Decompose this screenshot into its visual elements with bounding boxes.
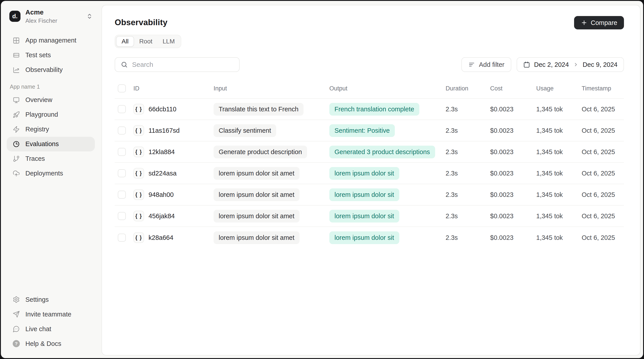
- row-checkbox[interactable]: [118, 191, 126, 199]
- add-filter-label: Add filter: [479, 61, 504, 68]
- send-icon: [13, 311, 20, 318]
- row-output-badge: Sentiment: Positive: [329, 124, 395, 137]
- column-header-input: Input: [214, 85, 329, 92]
- row-duration: 2.3s: [446, 148, 490, 156]
- tab-llm[interactable]: LLM: [158, 36, 180, 47]
- braces-icon: [134, 232, 144, 243]
- row-output-badge: French translation complete: [329, 103, 419, 116]
- row-id-cell: 12kla884: [134, 146, 214, 157]
- row-duration: 2.3s: [446, 127, 490, 134]
- row-id: 66dcb110: [148, 106, 176, 113]
- row-checkbox[interactable]: [118, 148, 126, 156]
- sidebar-item-deployments[interactable]: Deployments: [7, 166, 95, 181]
- row-cost: $0.0023: [490, 212, 536, 220]
- search-box[interactable]: [115, 57, 240, 72]
- search-input[interactable]: [132, 61, 234, 68]
- org-user: Alex Fischer: [26, 17, 82, 24]
- row-id-cell: 948ah00: [134, 189, 214, 200]
- test-sets-icon: [13, 52, 20, 59]
- row-checkbox[interactable]: [118, 234, 126, 242]
- row-checkbox[interactable]: [118, 105, 126, 113]
- sidebar-item-registry[interactable]: Registry: [7, 122, 95, 137]
- table-body: 66dcb110 Translate this text to French F…: [115, 99, 624, 248]
- row-usage: 1,345 tok: [536, 106, 582, 113]
- row-timestamp: Oct 6, 2025: [582, 106, 624, 113]
- row-id: 12kla884: [148, 148, 175, 156]
- row-cost: $0.0023: [490, 170, 536, 177]
- row-timestamp: Oct 6, 2025: [582, 234, 624, 242]
- sidebar-item-label: App management: [26, 37, 76, 44]
- tab-all[interactable]: All: [116, 36, 134, 47]
- sidebar-item-live-chat[interactable]: Live chat: [7, 322, 95, 336]
- table-row[interactable]: sd224asa lorem ipsum dolor sit amet lore…: [115, 163, 624, 184]
- row-usage: 1,345 tok: [536, 148, 582, 156]
- chart-trend-icon: [13, 66, 20, 74]
- row-timestamp: Oct 6, 2025: [582, 191, 624, 198]
- braces-icon: [134, 104, 144, 114]
- zap-icon: [13, 126, 20, 133]
- compare-button[interactable]: Compare: [574, 16, 624, 30]
- page-title: Observability: [115, 18, 168, 27]
- row-input-chip: Classify sentiment: [214, 124, 276, 137]
- sidebar-item-observability[interactable]: Observability: [7, 62, 95, 77]
- table-row[interactable]: 11as167sd Classify sentiment Sentiment: …: [115, 120, 624, 142]
- row-output-badge: lorem ipsum dolor sit: [329, 232, 399, 244]
- sidebar-item-overview[interactable]: Overview: [7, 93, 95, 107]
- sidebar-nav-bottom: Settings Invite teammate Live chat Help …: [7, 292, 95, 351]
- row-id: 948ah00: [148, 191, 174, 198]
- row-input-chip: Generate product description: [214, 146, 307, 158]
- sidebar-item-invite-teammate[interactable]: Invite teammate: [7, 307, 95, 322]
- row-duration: 2.3s: [446, 191, 490, 198]
- sidebar-item-traces[interactable]: Traces: [7, 152, 95, 166]
- sidebar-item-evaluations[interactable]: Evaluations: [7, 137, 95, 152]
- row-id-cell: 456jak84: [134, 211, 214, 221]
- sidebar-item-label: Registry: [26, 126, 49, 133]
- row-id-cell: 66dcb110: [134, 104, 214, 114]
- table-row[interactable]: 456jak84 lorem ipsum dolor sit amet lore…: [115, 206, 624, 227]
- date-range-start: Dec 2, 2024: [534, 61, 569, 68]
- main-panel: Observability Compare All Root LLM Add f…: [102, 5, 640, 356]
- row-output-badge: lorem ipsum dolor sit: [329, 188, 399, 201]
- clock-icon: [13, 140, 20, 148]
- row-checkbox[interactable]: [118, 126, 126, 134]
- app-window: d. Acme Alex Fischer App management Test…: [1, 1, 643, 358]
- row-cost: $0.0023: [490, 127, 536, 134]
- sidebar-item-test-sets[interactable]: Test sets: [7, 48, 95, 62]
- sidebar-item-label: Overview: [26, 96, 52, 104]
- sidebar-section-label: App name 1: [7, 84, 95, 90]
- table-row[interactable]: 948ah00 lorem ipsum dolor sit amet lorem…: [115, 184, 624, 206]
- column-header-id: ID: [134, 85, 214, 92]
- sidebar-item-label: Live chat: [26, 325, 51, 333]
- sidebar-item-help-docs[interactable]: Help & Docs: [7, 336, 95, 351]
- row-checkbox[interactable]: [118, 212, 126, 220]
- sidebar-item-app-management[interactable]: App management: [7, 33, 95, 48]
- row-cost: $0.0023: [490, 234, 536, 242]
- add-filter-button[interactable]: Add filter: [462, 57, 511, 72]
- sidebar-item-label: Help & Docs: [26, 340, 61, 348]
- row-duration: 2.3s: [446, 212, 490, 220]
- table-row[interactable]: 12kla884 Generate product description Ge…: [115, 142, 624, 163]
- git-branch-icon: [13, 155, 20, 162]
- sidebar-nav-top: App management Test sets Observability: [7, 33, 95, 77]
- tab-root[interactable]: Root: [134, 36, 158, 47]
- date-range-end: Dec 9, 2024: [583, 61, 618, 68]
- row-usage: 1,345 tok: [536, 212, 582, 220]
- date-range-button[interactable]: Dec 2, 2024 Dec 9, 2024: [517, 57, 624, 72]
- cloud-upload-icon: [13, 170, 20, 177]
- braces-icon: [134, 146, 144, 157]
- row-id: 456jak84: [148, 212, 175, 220]
- sidebar-item-settings[interactable]: Settings: [7, 292, 95, 307]
- select-all-checkbox[interactable]: [118, 84, 126, 92]
- sidebar-item-label: Test sets: [26, 52, 51, 59]
- sidebar-item-playground[interactable]: Playground: [7, 107, 95, 122]
- org-switcher[interactable]: d. Acme Alex Fischer: [7, 8, 95, 24]
- row-checkbox[interactable]: [118, 169, 126, 177]
- help-icon: [13, 340, 20, 347]
- table-row[interactable]: 66dcb110 Translate this text to French F…: [115, 99, 624, 120]
- row-input-chip: lorem ipsum dolor sit amet: [214, 232, 300, 244]
- table-row[interactable]: k28a664 lorem ipsum dolor sit amet lorem…: [115, 227, 624, 248]
- monitor-icon: [13, 96, 20, 104]
- row-cost: $0.0023: [490, 106, 536, 113]
- chevrons-up-down-icon[interactable]: [86, 13, 93, 20]
- calendar-icon: [523, 61, 530, 68]
